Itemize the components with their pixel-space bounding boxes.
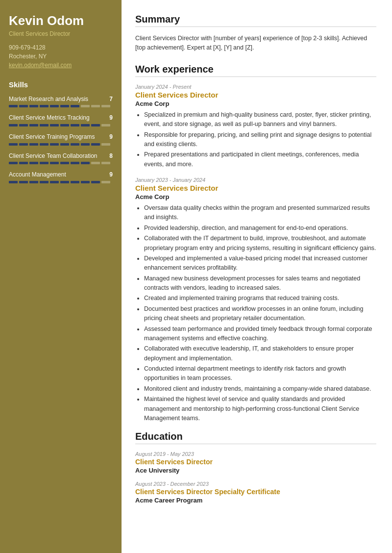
skill-bar-segment xyxy=(19,105,28,107)
edu-institution: Acme Career Program xyxy=(135,497,376,504)
skill-bar-segment xyxy=(9,143,18,146)
education-block: August 2019 - May 2023Client Services Di… xyxy=(135,451,376,474)
skills-list: Market Research and Analysis7Client Serv… xyxy=(9,96,113,183)
sidebar: Kevin Odom Client Services Director 909-… xyxy=(0,0,122,553)
candidate-email[interactable]: kevin.odom@email.com xyxy=(9,62,113,69)
skill-score: 7 xyxy=(106,96,113,102)
skill-item: Account Management9 xyxy=(9,171,113,183)
skill-bar-segment xyxy=(81,162,90,164)
skill-bar-segment xyxy=(19,162,28,164)
skill-bar-segment xyxy=(81,181,90,183)
skill-bar xyxy=(9,105,113,107)
skill-bar-segment xyxy=(81,105,90,107)
job-bullet: Conducted internal department meetings t… xyxy=(144,364,376,383)
skill-item: Market Research and Analysis7 xyxy=(9,96,113,108)
skill-bar-segment xyxy=(50,124,59,126)
edu-date: August 2023 - December 2023 xyxy=(135,481,376,487)
skill-bar-segment xyxy=(81,124,90,126)
edu-title: Client Services Director xyxy=(135,458,376,466)
skill-bar-segment xyxy=(19,181,28,183)
skill-item: Client Service Metrics Tracking9 xyxy=(9,114,113,126)
job-bullets: Specialized in premium and high-quality … xyxy=(144,110,376,169)
jobs-list: January 2024 - PresentClient Services Di… xyxy=(135,84,376,424)
skill-bar-segment xyxy=(9,181,18,183)
skill-bar-segment xyxy=(29,143,38,146)
skill-bar-segment xyxy=(29,181,38,183)
skill-bar-segment xyxy=(60,162,69,164)
skill-bar-segment xyxy=(29,124,38,126)
skill-bar-segment xyxy=(9,124,18,126)
job-bullet: Provided leadership, direction, and mana… xyxy=(144,224,376,233)
skill-bar-segment xyxy=(60,143,69,146)
skill-bar-segment xyxy=(101,181,110,183)
skill-name: Client Service Metrics Tracking xyxy=(9,114,102,122)
skill-bar-segment xyxy=(101,124,110,126)
skill-bar-segment xyxy=(40,162,49,164)
job-date: January 2023 - January 2024 xyxy=(135,177,376,183)
skill-bar-segment xyxy=(9,105,18,107)
summary-title: Summary xyxy=(135,14,376,25)
skill-bar-segment xyxy=(40,105,49,107)
education-divider xyxy=(135,444,376,444)
job-bullet: Documented best practices and workflow p… xyxy=(144,304,376,324)
skill-bar-segment xyxy=(91,181,100,183)
main-content: Summary Client Services Director with [n… xyxy=(122,0,392,553)
job-bullets: Oversaw data quality checks within the p… xyxy=(144,203,376,423)
job-bullet: Collaborated with executive leadership, … xyxy=(144,344,376,363)
job-bullet: Created and implemented training program… xyxy=(144,294,376,303)
skill-bar xyxy=(9,143,113,146)
skill-bar-segment xyxy=(101,162,110,164)
skill-score: 9 xyxy=(106,171,113,178)
skill-bar-segment xyxy=(40,124,49,126)
summary-text: Client Services Director with [number of… xyxy=(135,34,376,53)
work-experience-title: Work experience xyxy=(135,64,376,75)
skills-section-title: Skills xyxy=(9,80,113,89)
job-bullet: Developed and implemented a value-based … xyxy=(144,254,376,273)
skill-bar-segment xyxy=(50,162,59,164)
candidate-job-title: Client Services Director xyxy=(9,30,113,37)
skill-name: Market Research and Analysis xyxy=(9,96,102,103)
skill-bar-segment xyxy=(101,143,110,146)
skill-score: 9 xyxy=(106,114,113,121)
candidate-phone: 909-679-4128 xyxy=(9,44,113,51)
skill-name: Client Service Team Collaboration xyxy=(9,152,102,160)
job-bullet: Oversaw data quality checks within the p… xyxy=(144,203,376,223)
job-bullet: Managed new business development process… xyxy=(144,274,376,293)
skill-bar-segment xyxy=(91,105,100,107)
skill-bar-segment xyxy=(71,181,79,183)
resume-container: Kevin Odom Client Services Director 909-… xyxy=(0,0,392,553)
skill-bar-segment xyxy=(60,181,69,183)
skill-bar-segment xyxy=(29,162,38,164)
skill-score: 9 xyxy=(106,133,113,140)
skill-bar-segment xyxy=(81,143,90,146)
skill-bar-segment xyxy=(71,143,79,146)
skill-name: Client Service Training Programs xyxy=(9,133,102,141)
job-bullet: Monitored client and industry trends, ma… xyxy=(144,384,376,394)
job-block: January 2023 - January 2024Client Servic… xyxy=(135,177,376,423)
edu-title: Client Services Director Specialty Certi… xyxy=(135,488,376,496)
job-bullet: Collaborated with the IT department to b… xyxy=(144,234,376,253)
skill-bar-segment xyxy=(60,124,69,126)
skill-bar xyxy=(9,124,113,126)
work-experience-divider xyxy=(135,76,376,77)
skill-bar-segment xyxy=(29,105,38,107)
job-company: Acme Corp xyxy=(135,193,376,201)
edu-date: August 2019 - May 2023 xyxy=(135,451,376,457)
education-title: Education xyxy=(135,431,376,442)
job-company: Acme Corp xyxy=(135,100,376,107)
skill-bar-segment xyxy=(50,105,59,107)
skill-bar-segment xyxy=(71,124,79,126)
skill-bar-segment xyxy=(91,143,100,146)
skill-item: Client Service Team Collaboration8 xyxy=(9,152,113,165)
edu-institution: Ace University xyxy=(135,467,376,474)
job-title: Client Services Director xyxy=(135,184,376,192)
skill-bar-segment xyxy=(40,181,49,183)
skill-bar-segment xyxy=(19,143,28,146)
skill-bar-segment xyxy=(19,124,28,126)
skill-score: 8 xyxy=(106,152,113,159)
skill-bar-segment xyxy=(9,162,18,164)
skill-bar-segment xyxy=(91,124,100,126)
skill-bar-segment xyxy=(50,143,59,146)
skill-bar-segment xyxy=(71,105,79,107)
summary-section: Summary Client Services Director with [n… xyxy=(135,14,376,53)
